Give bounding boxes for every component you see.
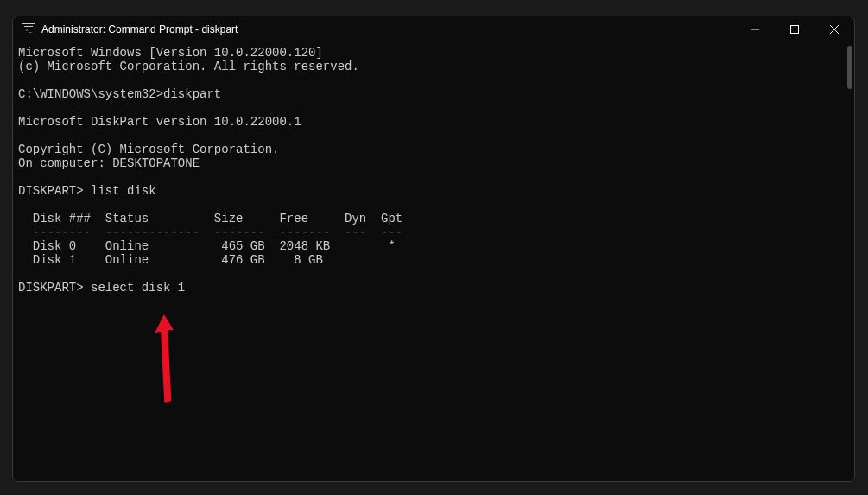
output-line: On computer: DESKTOPATONE	[18, 156, 200, 170]
table-row: Disk 0 Online 465 GB 2048 KB *	[18, 239, 396, 253]
window-title: Administrator: Command Prompt - diskpart	[41, 23, 238, 35]
scrollbar-thumb[interactable]	[847, 46, 852, 89]
cmd-icon: ›_	[22, 23, 35, 35]
terminal-output[interactable]: Microsoft Windows [Version 10.0.22000.12…	[13, 42, 854, 481]
output-line: C:\WINDOWS\system32>diskpart	[18, 87, 221, 101]
window-controls	[735, 16, 854, 42]
minimize-button[interactable]	[735, 16, 775, 42]
table-row: Disk 1 Online 476 GB 8 GB	[18, 253, 323, 267]
close-button[interactable]	[814, 16, 854, 42]
output-line: Microsoft Windows [Version 10.0.22000.12…	[18, 46, 323, 60]
titlebar-left: ›_ Administrator: Command Prompt - diskp…	[22, 23, 238, 35]
output-line: Copyright (C) Microsoft Corporation.	[18, 143, 279, 156]
output-line: DISKPART> select disk 1	[18, 281, 185, 295]
titlebar[interactable]: ›_ Administrator: Command Prompt - diskp…	[13, 16, 854, 42]
command-prompt-window: ›_ Administrator: Command Prompt - diskp…	[12, 16, 855, 482]
maximize-button[interactable]	[775, 16, 814, 42]
table-divider: -------- ------------- ------- ------- -…	[18, 225, 402, 239]
output-line: DISKPART> list disk	[18, 184, 156, 198]
output-line: Microsoft DiskPart version 10.0.22000.1	[18, 115, 301, 129]
output-line: (c) Microsoft Corporation. All rights re…	[18, 60, 359, 73]
svg-rect-1	[791, 26, 799, 34]
table-header: Disk ### Status Size Free Dyn Gpt	[18, 212, 402, 225]
